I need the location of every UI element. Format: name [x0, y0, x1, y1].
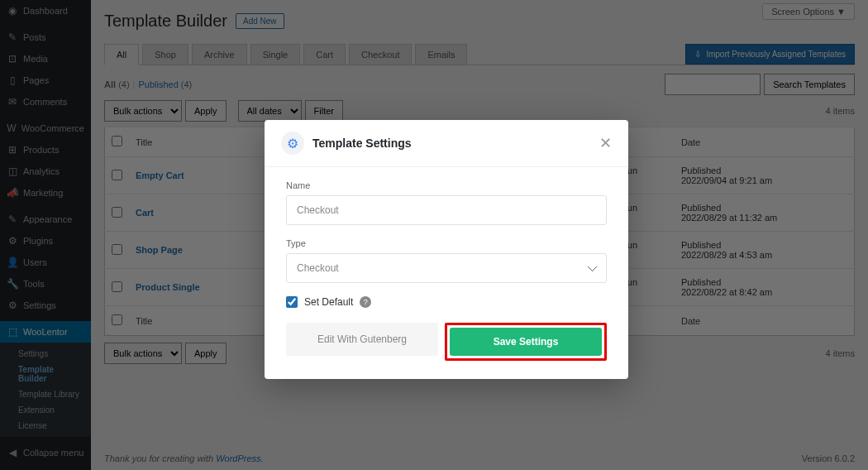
name-label: Name — [286, 180, 607, 190]
set-default-checkbox[interactable] — [286, 296, 298, 308]
modal-title: Template Settings — [312, 137, 412, 150]
gear-icon: ⚙ — [281, 132, 304, 155]
template-settings-modal: ⚙ Template Settings ✕ Name Type Checkout… — [265, 120, 628, 379]
save-highlight: Save Settings — [445, 323, 607, 361]
name-input[interactable] — [286, 195, 607, 225]
help-icon[interactable]: ? — [360, 296, 371, 308]
type-label: Type — [286, 238, 607, 248]
edit-gutenberg-button[interactable]: Edit With Gutenberg — [286, 323, 438, 356]
close-icon[interactable]: ✕ — [599, 134, 612, 152]
set-default-label: Set Default — [304, 296, 353, 308]
type-select[interactable]: Checkout — [286, 253, 607, 283]
save-settings-button[interactable]: Save Settings — [450, 328, 602, 356]
